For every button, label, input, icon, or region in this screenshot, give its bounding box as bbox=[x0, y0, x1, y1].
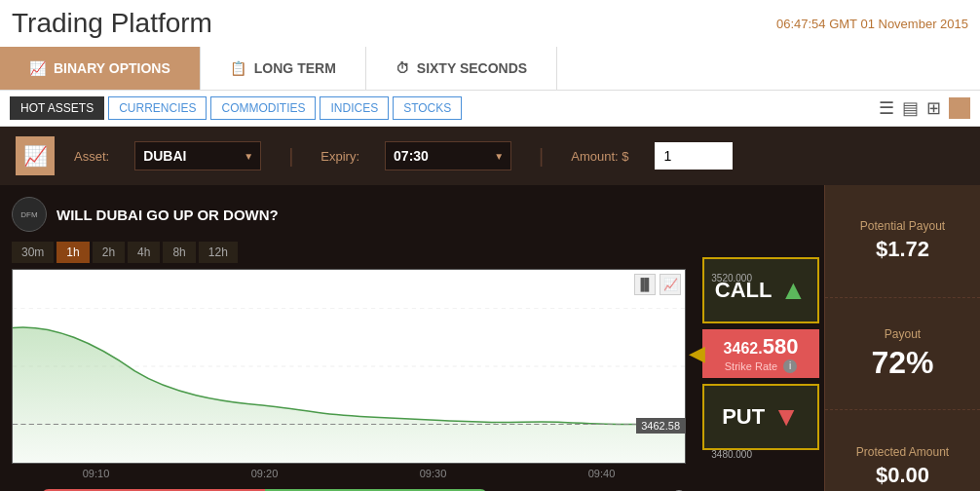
strike-caret-icon: ◀ bbox=[689, 341, 705, 366]
trading-bar: 📈 Asset: DUBAI | Expiry: 07:30 | Amount:… bbox=[0, 127, 980, 185]
payout-section: Potential Payout $1.72 Payout 72% Protec… bbox=[824, 185, 980, 491]
separator1: | bbox=[288, 145, 293, 168]
payout-value: 72% bbox=[871, 345, 933, 381]
tab-stocks[interactable]: STOCKS bbox=[393, 96, 462, 120]
expiry-select-wrap[interactable]: 07:30 bbox=[385, 141, 511, 170]
grid-icon[interactable]: ⊞ bbox=[926, 97, 941, 119]
bar-chart-icon[interactable]: ▐▌ bbox=[634, 274, 656, 295]
protected-value: $0.00 bbox=[876, 463, 929, 488]
nav-tabs: 📈 BINARY OPTIONS 📋 LONG TERM ⏱ SIXTY SEC… bbox=[0, 47, 980, 91]
potential-payout-label: Potential Payout bbox=[860, 219, 945, 233]
strike-decimal: 580 bbox=[763, 334, 799, 359]
time-tab-1h[interactable]: 1h bbox=[57, 242, 89, 263]
time-label-4: 09:40 bbox=[588, 468, 616, 479]
strike-info-icon[interactable]: i bbox=[783, 359, 797, 373]
tab-indices[interactable]: INDICES bbox=[320, 96, 389, 120]
chart-wrap: ▐▌ 📈 bbox=[12, 269, 686, 464]
chart-icon: 📈 bbox=[29, 60, 46, 76]
tab-sixty-label: SIXTY SECONDS bbox=[417, 60, 527, 76]
header-time: 06:47:54 GMT 01 November 2015 bbox=[776, 17, 968, 31]
protected-label: Protected Amount bbox=[856, 445, 949, 459]
time-tab-2h[interactable]: 2h bbox=[93, 242, 125, 263]
tab-currencies[interactable]: CURRENCIES bbox=[108, 96, 207, 120]
asset-label: Asset: bbox=[74, 149, 109, 164]
chart-container: ▐▌ 📈 bbox=[12, 269, 686, 464]
bottom-bar: 50% Trader Choice 50% bid 3462.580 | ask… bbox=[12, 483, 686, 491]
tab-binary-label: BINARY OPTIONS bbox=[54, 60, 170, 76]
view-icons: ☰ ▤ ⊞ bbox=[879, 97, 970, 119]
orange-view-icon[interactable] bbox=[949, 97, 970, 119]
dfm-logo: DFM bbox=[12, 197, 47, 232]
amount-input[interactable] bbox=[655, 142, 733, 170]
expiry-select[interactable]: 07:30 bbox=[385, 141, 511, 170]
tab-hot-assets[interactable]: HOT ASSETS bbox=[10, 96, 104, 120]
time-tab-8h[interactable]: 8h bbox=[163, 242, 195, 263]
asset-select-wrap[interactable]: DUBAI bbox=[134, 141, 261, 170]
protected-amount-block: Protected Amount $0.00 bbox=[825, 410, 980, 491]
strike-rate-box: ◀ 3462.580 Strike Rate i bbox=[702, 329, 819, 378]
strike-label: Strike Rate bbox=[725, 360, 777, 372]
trading-bar-icon: 📈 bbox=[16, 136, 55, 175]
potential-payout-block: Potential Payout $1.72 bbox=[825, 185, 980, 298]
time-tab-12h[interactable]: 12h bbox=[199, 242, 238, 263]
put-arrow-down-icon: ▼ bbox=[773, 401, 800, 433]
question-row: DFM WILL DUBAI GO UP OR DOWN? bbox=[12, 197, 686, 232]
tab-sixty-seconds[interactable]: ⏱ SIXTY SECONDS bbox=[366, 47, 557, 90]
call-arrow-up-icon: ▲ bbox=[779, 275, 807, 306]
payout-block: Payout 72% bbox=[825, 298, 980, 411]
tab-commodities[interactable]: COMMODITIES bbox=[210, 96, 316, 120]
current-price-tag: 3462.58 bbox=[636, 418, 685, 434]
chart-section: DFM WILL DUBAI GO UP OR DOWN? 30m 1h 2h … bbox=[0, 185, 697, 491]
amount-label: Amount: $ bbox=[571, 149, 628, 164]
main-content: DFM WILL DUBAI GO UP OR DOWN? 30m 1h 2h … bbox=[0, 185, 980, 491]
line-chart-icon[interactable]: 📈 bbox=[660, 274, 681, 295]
time-tabs: 30m 1h 2h 4h 8h 12h bbox=[12, 242, 686, 263]
expiry-label: Expiry: bbox=[320, 149, 359, 164]
chart-icons: ▐▌ 📈 bbox=[634, 274, 681, 295]
time-label-1: 09:10 bbox=[83, 468, 110, 479]
tab-long-term[interactable]: 📋 LONG TERM bbox=[201, 47, 366, 90]
page-title: Trading Platform bbox=[12, 8, 212, 39]
price-label-bot: 3480.000 bbox=[711, 449, 752, 460]
price-label-top: 3520.000 bbox=[711, 273, 752, 283]
tab-binary-options[interactable]: 📈 BINARY OPTIONS bbox=[0, 47, 201, 90]
header: Trading Platform 06:47:54 GMT 01 Novembe… bbox=[0, 0, 980, 47]
payout-label: Payout bbox=[885, 327, 921, 341]
separator2: | bbox=[539, 145, 544, 168]
time-label-3: 09:30 bbox=[420, 468, 447, 479]
asset-select[interactable]: DUBAI bbox=[134, 141, 261, 170]
potential-payout-value: $1.72 bbox=[876, 237, 929, 262]
notes-icon: 📋 bbox=[230, 60, 246, 76]
time-tab-30m[interactable]: 30m bbox=[12, 242, 54, 263]
time-label-2: 09:20 bbox=[251, 468, 279, 479]
asset-tabs-bar: HOT ASSETS CURRENCIES COMMODITIES INDICE… bbox=[0, 91, 980, 127]
price-chart bbox=[13, 270, 685, 463]
grid-list-icon[interactable]: ▤ bbox=[902, 97, 919, 119]
list-view-icon[interactable]: ☰ bbox=[879, 97, 894, 119]
time-tab-4h[interactable]: 4h bbox=[128, 242, 160, 263]
chart-time-labels: 09:10 09:20 09:30 09:40 bbox=[12, 464, 686, 483]
tab-longterm-label: LONG TERM bbox=[254, 60, 336, 76]
strike-value: 3462. bbox=[724, 340, 763, 358]
question-text: WILL DUBAI GO UP OR DOWN? bbox=[57, 207, 279, 223]
clock-icon: ⏱ bbox=[396, 60, 409, 76]
